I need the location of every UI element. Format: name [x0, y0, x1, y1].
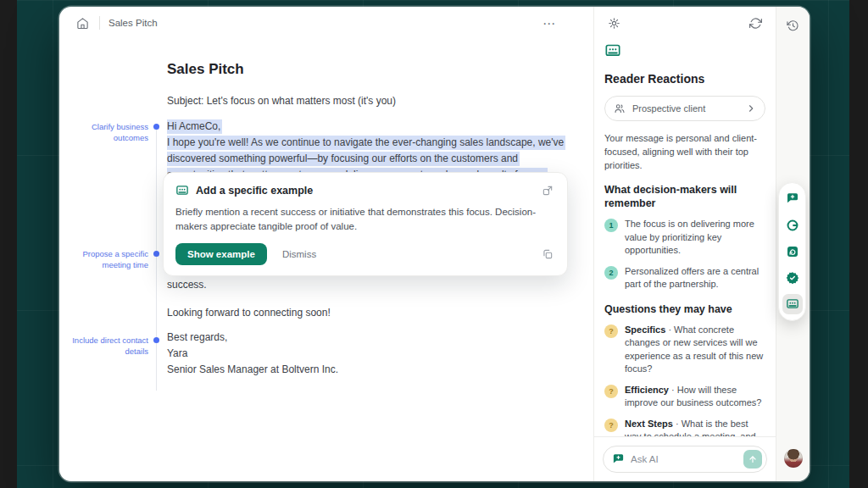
comment-suggestion-button[interactable]: [782, 189, 803, 209]
separator-dot: ·: [676, 419, 679, 429]
people-icon: [614, 103, 626, 114]
badge-check-icon: [786, 271, 799, 285]
signature-role: Senior Sales Manager at Boltvern Inc.: [167, 363, 338, 375]
question-item-text: Efficiency · How will these improve our …: [625, 384, 765, 410]
app-window: Sales Pitch ⋯ Sales Pitch Subject: Let's…: [59, 7, 810, 481]
annotation-dot-3[interactable]: [153, 337, 159, 343]
refresh-icon: [749, 17, 762, 30]
comment-plus-icon: [786, 192, 799, 206]
document-area: Sales Pitch ⋯ Sales Pitch Subject: Let's…: [59, 7, 593, 481]
question-topic: Next Steps: [625, 419, 673, 429]
question-item-2: ? Efficiency · How will these improve ou…: [604, 384, 765, 410]
send-button[interactable]: [743, 450, 762, 469]
signature-closing: Best regards,: [167, 331, 227, 343]
annotation-dot-2[interactable]: [153, 251, 159, 257]
screen-letterbox-left: [0, 0, 17, 488]
reader-reactions-button[interactable]: [782, 294, 803, 314]
document-toolbar: Sales Pitch ⋯: [59, 7, 593, 39]
suggestion-title: Add a specific example: [196, 185, 533, 197]
question-badge: ?: [604, 385, 618, 398]
audience-icon: [175, 184, 189, 197]
arrow-up-icon: [748, 454, 758, 464]
question-badge: ?: [604, 419, 618, 432]
copy-button[interactable]: [540, 247, 555, 262]
panel-title: Reader Reactions: [604, 72, 765, 86]
email-body-paragraph-3: Looking forward to connecting soon!: [167, 305, 567, 321]
more-options-button[interactable]: ⋯: [541, 15, 558, 31]
email-signature: Best regards, Yara Senior Sales Manager …: [167, 330, 567, 378]
history-icon: [787, 19, 799, 32]
question-item-text: Next Steps · What is the best way to sch…: [625, 418, 765, 437]
home-button[interactable]: [75, 15, 91, 31]
screen-letterbox-right: [849, 0, 868, 488]
refresh-button[interactable]: [748, 15, 764, 31]
reader-reactions-icon: [604, 42, 621, 59]
question-topic: Specifics: [625, 324, 665, 335]
user-avatar[interactable]: [784, 449, 803, 468]
suggestion-card: Add a specific example Briefly mention a…: [163, 172, 568, 276]
audience-selector-label: Prospective client: [632, 103, 739, 114]
question-item-1: ? Specifics · What concrete changes or n…: [604, 324, 765, 376]
margin-annotation-1[interactable]: Clarify business outcomes: [72, 121, 148, 143]
panel-toolbar: [594, 7, 776, 39]
question-badge: ?: [604, 324, 618, 338]
number-badge-2: 2: [604, 266, 618, 280]
assistant-icon-strip: [778, 182, 806, 321]
separator-dot: ·: [671, 385, 675, 395]
margin-annotation-3[interactable]: Include direct contact details: [72, 335, 148, 357]
question-item-3: ? Next Steps · What is the best way to s…: [604, 418, 765, 437]
ask-ai-input-container[interactable]: [603, 446, 767, 473]
margin-annotation-2[interactable]: Propose a specific meeting time: [72, 248, 148, 270]
subject-line: Subject: Let's focus on what matters mos…: [167, 93, 567, 109]
audience-selector[interactable]: Prospective client: [604, 96, 765, 121]
reader-reactions-panel: Reader Reactions Prospective client Your…: [593, 7, 776, 481]
separator-dot: ·: [668, 324, 671, 335]
suggestion-body: Briefly mention a recent success or init…: [175, 205, 555, 234]
remember-item-text: The focus is on delivering more value by…: [625, 218, 765, 258]
document-title: Sales Pitch: [167, 61, 244, 78]
audience-icon: [786, 297, 799, 311]
quality-check-button[interactable]: [782, 268, 803, 288]
rewrite-icon: [786, 245, 799, 258]
number-badge-1: 1: [604, 219, 618, 232]
history-button[interactable]: [785, 18, 801, 34]
remember-item-1: 1 The focus is on delivering more value …: [604, 218, 765, 258]
chevron-right-icon: [746, 103, 756, 114]
signature-name: Yara: [167, 347, 187, 359]
show-example-button[interactable]: Show example: [175, 243, 267, 265]
open-in-window-icon: [542, 185, 554, 197]
reaction-summary: Your message is personal and client-focu…: [604, 131, 765, 172]
dismiss-button[interactable]: Dismiss: [282, 249, 316, 259]
breadcrumb: Sales Pitch: [108, 18, 158, 28]
panel-content: Reader Reactions Prospective client Your…: [594, 39, 776, 436]
grammarly-score-button[interactable]: [782, 215, 803, 236]
document-editor[interactable]: Sales Pitch Subject: Let's focus on what…: [59, 39, 593, 481]
rewrite-button[interactable]: [782, 241, 803, 262]
remember-item-text: Personalized offers are a central part o…: [625, 265, 765, 291]
question-item-text: Specifics · What concrete changes or new…: [625, 324, 765, 376]
ask-ai-bubble-icon: [612, 453, 625, 466]
copy-icon: [542, 248, 554, 260]
remember-item-2: 2 Personalized offers are a central part…: [604, 265, 765, 291]
margin-annotation-rule: [156, 126, 157, 391]
ask-ai-footer: [594, 436, 776, 481]
highlighted-greeting: Hi AcmeCo,: [167, 119, 222, 134]
toolbar-divider: [99, 16, 100, 30]
g-circle-icon: [786, 219, 799, 232]
open-in-window-button[interactable]: [540, 183, 555, 198]
question-topic: Efficiency: [625, 385, 669, 395]
gear-icon: [608, 17, 620, 30]
questions-heading: Questions they may have: [604, 302, 765, 316]
home-icon: [76, 17, 89, 30]
ask-ai-input[interactable]: [631, 454, 737, 464]
annotation-dot-1[interactable]: [153, 124, 159, 130]
settings-button[interactable]: [606, 15, 622, 31]
remember-heading: What decision-makers will remember: [604, 183, 765, 210]
